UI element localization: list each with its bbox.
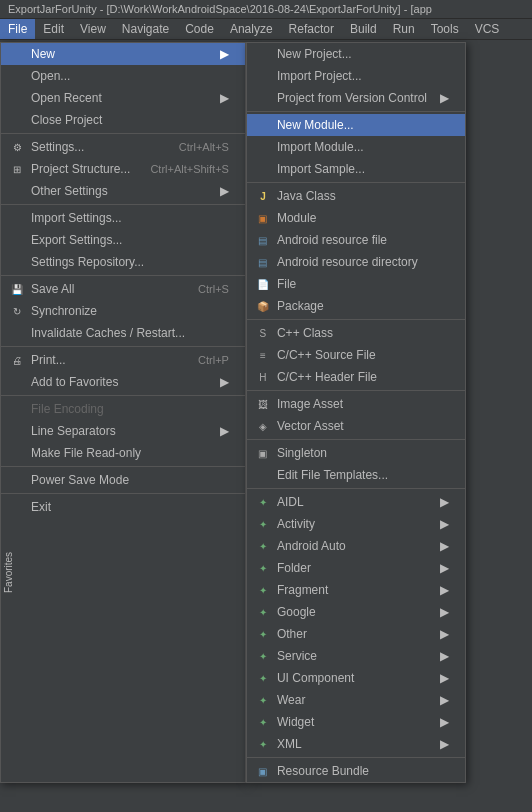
new-submenu-import-sample[interactable]: Import Sample... <box>247 158 465 180</box>
widget-icon: ✦ <box>255 714 271 730</box>
new-submenu-widget[interactable]: ✦ Widget ▶ <box>247 711 465 733</box>
menu-item-exit[interactable]: Exit <box>1 496 245 518</box>
new-submenu-android-auto[interactable]: ✦ Android Auto ▶ <box>247 535 465 557</box>
menu-item-settings-repo[interactable]: Settings Repository... <box>1 251 245 273</box>
divider-1 <box>1 133 245 134</box>
menu-item-power-save[interactable]: Power Save Mode <box>1 469 245 491</box>
import-module-icon <box>255 139 271 155</box>
android-auto-icon: ✦ <box>255 538 271 554</box>
menu-view[interactable]: View <box>72 19 114 39</box>
open-recent-icon <box>9 90 25 106</box>
new-submenu-image-asset[interactable]: 🖼 Image Asset <box>247 393 465 415</box>
invalidate-caches-icon <box>9 325 25 341</box>
menu-item-add-favorites[interactable]: Add to Favorites ▶ <box>1 371 245 393</box>
new-submenu-file[interactable]: 📄 File <box>247 273 465 295</box>
cpp-header-icon: H <box>255 369 271 385</box>
vector-asset-icon: ◈ <box>255 418 271 434</box>
singleton-icon: ▣ <box>255 445 271 461</box>
new-submenu-service[interactable]: ✦ Service ▶ <box>247 645 465 667</box>
menu-item-open-recent[interactable]: Open Recent ▶ <box>1 87 245 109</box>
new-submenu-new-module[interactable]: New Module... <box>247 114 465 136</box>
menu-code[interactable]: Code <box>177 19 222 39</box>
new-divider-3 <box>247 319 465 320</box>
menu-edit[interactable]: Edit <box>35 19 72 39</box>
new-submenu-aidl[interactable]: ✦ AIDL ▶ <box>247 491 465 513</box>
new-submenu-java-class[interactable]: J Java Class <box>247 185 465 207</box>
favorites-sidebar-label: Favorites <box>0 532 16 612</box>
menu-item-new[interactable]: New ▶ <box>1 43 245 65</box>
java-class-icon: J <box>255 188 271 204</box>
new-submenu-resource-bundle[interactable]: ▣ Resource Bundle <box>247 760 465 782</box>
new-submenu-project-vcs[interactable]: Project from Version Control ▶ <box>247 87 465 109</box>
new-submenu-ui-component[interactable]: ✦ UI Component ▶ <box>247 667 465 689</box>
menu-item-project-structure[interactable]: ⊞ Project Structure... Ctrl+Alt+Shift+S <box>1 158 245 180</box>
add-favorites-icon <box>9 374 25 390</box>
menu-item-line-separators[interactable]: Line Separators ▶ <box>1 420 245 442</box>
ui-component-icon: ✦ <box>255 670 271 686</box>
new-submenu-google[interactable]: ✦ Google ▶ <box>247 601 465 623</box>
menu-build[interactable]: Build <box>342 19 385 39</box>
menu-navigate[interactable]: Navigate <box>114 19 177 39</box>
new-submenu-import-project[interactable]: Import Project... <box>247 65 465 87</box>
new-submenu-folder[interactable]: ✦ Folder ▶ <box>247 557 465 579</box>
menu-item-close-project[interactable]: Close Project <box>1 109 245 131</box>
new-submenu-activity[interactable]: ✦ Activity ▶ <box>247 513 465 535</box>
service-icon: ✦ <box>255 648 271 664</box>
new-submenu-cpp-header[interactable]: H C/C++ Header File <box>247 366 465 388</box>
new-submenu-cpp-source[interactable]: ≡ C/C++ Source File <box>247 344 465 366</box>
new-submenu-vector-asset[interactable]: ◈ Vector Asset <box>247 415 465 437</box>
save-all-icon: 💾 <box>9 281 25 297</box>
aidl-icon: ✦ <box>255 494 271 510</box>
menu-item-save-all[interactable]: 💾 Save All Ctrl+S <box>1 278 245 300</box>
menu-item-open[interactable]: Open... <box>1 65 245 87</box>
divider-6 <box>1 466 245 467</box>
menu-item-import-settings[interactable]: Import Settings... <box>1 207 245 229</box>
new-submenu-xml[interactable]: ✦ XML ▶ <box>247 733 465 755</box>
new-submenu-android-res-file[interactable]: ▤ Android resource file <box>247 229 465 251</box>
wear-icon: ✦ <box>255 692 271 708</box>
new-divider-5 <box>247 439 465 440</box>
divider-2 <box>1 204 245 205</box>
menu-item-print[interactable]: 🖨 Print... Ctrl+P <box>1 349 245 371</box>
menu-item-invalidate-caches[interactable]: Invalidate Caches / Restart... <box>1 322 245 344</box>
new-submenu-other[interactable]: ✦ Other ▶ <box>247 623 465 645</box>
new-divider-4 <box>247 390 465 391</box>
new-submenu-fragment[interactable]: ✦ Fragment ▶ <box>247 579 465 601</box>
new-submenu-cpp-class[interactable]: S C++ Class <box>247 322 465 344</box>
new-submenu-wear[interactable]: ✦ Wear ▶ <box>247 689 465 711</box>
file-icon: 📄 <box>255 276 271 292</box>
new-submenu-edit-templates[interactable]: Edit File Templates... <box>247 464 465 486</box>
divider-7 <box>1 493 245 494</box>
menu-vcs[interactable]: VCS <box>467 19 508 39</box>
menu-item-settings[interactable]: ⚙ Settings... Ctrl+Alt+S <box>1 136 245 158</box>
menu-refactor[interactable]: Refactor <box>281 19 342 39</box>
google-icon: ✦ <box>255 604 271 620</box>
menu-tools[interactable]: Tools <box>423 19 467 39</box>
divider-4 <box>1 346 245 347</box>
edit-templates-icon <box>255 467 271 483</box>
menu-analyze[interactable]: Analyze <box>222 19 281 39</box>
new-submenu-singleton[interactable]: ▣ Singleton <box>247 442 465 464</box>
menu-item-export-settings[interactable]: Export Settings... <box>1 229 245 251</box>
menu-file[interactable]: File <box>0 19 35 39</box>
menu-item-file-encoding: File Encoding <box>1 398 245 420</box>
project-vcs-icon <box>255 90 271 106</box>
menu-run[interactable]: Run <box>385 19 423 39</box>
new-submenu-android-res-dir[interactable]: ▤ Android resource directory <box>247 251 465 273</box>
menu-item-synchronize[interactable]: ↻ Synchronize <box>1 300 245 322</box>
project-structure-icon: ⊞ <box>9 161 25 177</box>
menu-item-make-readonly[interactable]: Make File Read-only <box>1 442 245 464</box>
new-submenu-package[interactable]: 📦 Package <box>247 295 465 317</box>
power-save-icon <box>9 472 25 488</box>
menu-item-other-settings[interactable]: Other Settings ▶ <box>1 180 245 202</box>
resource-bundle-icon: ▣ <box>255 763 271 779</box>
xml-icon: ✦ <box>255 736 271 752</box>
new-submenu-import-module[interactable]: Import Module... <box>247 136 465 158</box>
other-icon: ✦ <box>255 626 271 642</box>
new-submenu-new-project[interactable]: New Project... <box>247 43 465 65</box>
cpp-source-icon: ≡ <box>255 347 271 363</box>
settings-icon: ⚙ <box>9 139 25 155</box>
new-divider-7 <box>247 757 465 758</box>
settings-repo-icon <box>9 254 25 270</box>
new-submenu-module[interactable]: ▣ Module <box>247 207 465 229</box>
